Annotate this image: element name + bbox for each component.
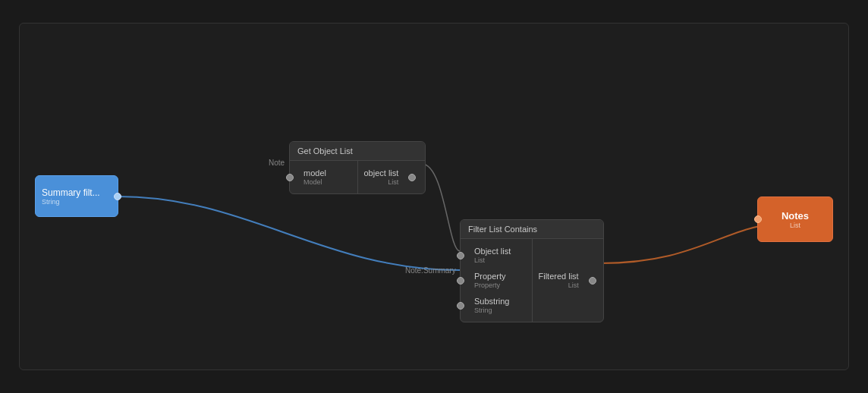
node-summary-subtitle: String [42,198,112,206]
node-notes-subtitle: List [790,222,800,229]
port-objectlist-sublabel: List [364,178,399,186]
port-model-sublabel: Model [303,178,326,186]
node-get-object-list[interactable]: Get Object List model Model object list [289,141,426,194]
node-canvas[interactable]: Summary filt... String Note Get Object L… [19,23,849,370]
node-get-object-list-right-ports: object list List [358,161,426,193]
node-filter-list-left-ports: Object list List Property Property [461,239,532,322]
node-filter-list-header: Filter List Contains [461,220,603,239]
node-filter-list-right-ports: Filtered list List [533,239,604,322]
port-property-label: Property [474,272,506,281]
node-notes[interactable]: Notes List [757,196,833,242]
port-model-label: model [303,168,326,178]
node-summary-output-port[interactable] [114,193,121,200]
port-property-sublabel: Property [474,281,506,289]
node-notes-input-port[interactable] [754,215,762,223]
connections-svg [20,24,848,369]
node-filter-list[interactable]: Filter List Contains Object list List Pr… [460,219,604,322]
node-summary[interactable]: Summary filt... String [35,175,118,217]
node-summary-title: Summary filt... [42,187,112,198]
port-objectlist-dot[interactable] [408,174,416,181]
port-substring-sublabel: String [474,307,509,314]
port-model-dot[interactable] [286,174,294,181]
port-substring-label: Substring [474,297,509,306]
port-objectlist-filter-dot[interactable] [457,252,464,259]
port-filteredlist-dot[interactable] [589,277,596,285]
port-filteredlist-sublabel: List [539,281,579,289]
port-substring-dot[interactable] [457,302,464,310]
port-objectlist-filter-sublabel: List [474,256,511,264]
note-summary-label: Note:Summary [405,266,456,275]
node-get-object-list-header: Get Object List [290,142,425,161]
node-get-object-list-left-ports: model Model [290,161,357,193]
note-label: Note [269,159,285,167]
node-notes-title: Notes [782,210,809,222]
port-property-dot[interactable] [457,277,464,285]
port-filteredlist-label: Filtered list [539,272,579,281]
port-objectlist-filter-label: Object list [474,247,511,256]
port-objectlist-label: object list [364,168,399,178]
